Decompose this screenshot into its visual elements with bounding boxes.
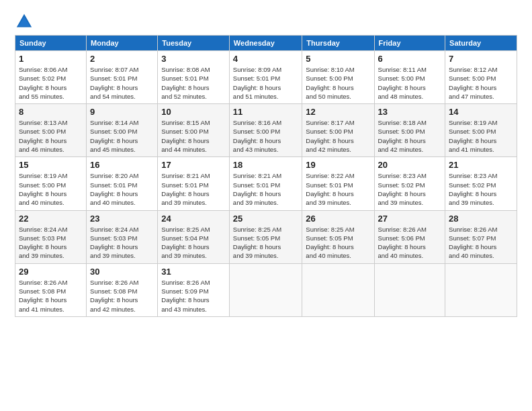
day-info: Sunrise: 8:15 AM Sunset: 5:00 PM Dayligh… (161, 118, 226, 154)
calendar-cell: 18Sunrise: 8:21 AM Sunset: 5:01 PM Dayli… (229, 157, 302, 210)
calendar-cell: 22Sunrise: 8:24 AM Sunset: 5:03 PM Dayli… (15, 210, 87, 263)
calendar-cell: 4Sunrise: 8:09 AM Sunset: 5:01 PM Daylig… (229, 51, 302, 104)
calendar-header-monday: Monday (87, 36, 158, 51)
calendar-header-friday: Friday (374, 36, 445, 51)
calendar-cell (302, 263, 374, 316)
day-info: Sunrise: 8:09 AM Sunset: 5:01 PM Dayligh… (233, 65, 299, 101)
calendar-cell (445, 263, 517, 316)
day-number: 17 (161, 160, 226, 170)
calendar-week-row: 1Sunrise: 8:06 AM Sunset: 5:02 PM Daylig… (15, 51, 517, 104)
day-number: 24 (161, 214, 226, 224)
day-number: 7 (449, 54, 513, 64)
day-info: Sunrise: 8:26 AM Sunset: 5:09 PM Dayligh… (161, 278, 226, 314)
calendar-header-row: SundayMondayTuesdayWednesdayThursdayFrid… (15, 36, 517, 51)
day-number: 25 (233, 214, 299, 224)
calendar-cell: 6Sunrise: 8:11 AM Sunset: 5:00 PM Daylig… (374, 51, 445, 104)
calendar-cell: 19Sunrise: 8:22 AM Sunset: 5:01 PM Dayli… (302, 157, 374, 210)
calendar-cell: 31Sunrise: 8:26 AM Sunset: 5:09 PM Dayli… (158, 263, 230, 316)
day-number: 28 (449, 214, 513, 224)
calendar-cell: 2Sunrise: 8:07 AM Sunset: 5:01 PM Daylig… (87, 51, 158, 104)
day-number: 2 (90, 54, 154, 64)
day-number: 15 (19, 160, 83, 170)
day-number: 9 (90, 107, 154, 117)
day-info: Sunrise: 8:12 AM Sunset: 5:00 PM Dayligh… (449, 65, 513, 101)
calendar-cell: 8Sunrise: 8:13 AM Sunset: 5:00 PM Daylig… (15, 104, 87, 157)
logo-icon (15, 12, 34, 31)
day-number: 3 (161, 54, 226, 64)
calendar-cell: 12Sunrise: 8:17 AM Sunset: 5:00 PM Dayli… (302, 104, 374, 157)
day-info: Sunrise: 8:25 AM Sunset: 5:05 PM Dayligh… (233, 225, 299, 261)
calendar-cell: 21Sunrise: 8:23 AM Sunset: 5:02 PM Dayli… (445, 157, 517, 210)
day-number: 29 (19, 267, 83, 277)
day-number: 22 (19, 214, 83, 224)
day-number: 13 (378, 107, 442, 117)
day-number: 16 (90, 160, 154, 170)
calendar-cell: 15Sunrise: 8:19 AM Sunset: 5:00 PM Dayli… (15, 157, 87, 210)
logo (15, 12, 35, 31)
day-number: 19 (306, 160, 370, 170)
day-number: 26 (306, 214, 370, 224)
day-info: Sunrise: 8:19 AM Sunset: 5:00 PM Dayligh… (19, 171, 83, 207)
day-number: 6 (378, 54, 442, 64)
calendar-cell: 3Sunrise: 8:08 AM Sunset: 5:01 PM Daylig… (158, 51, 230, 104)
day-number: 1 (19, 54, 83, 64)
day-info: Sunrise: 8:13 AM Sunset: 5:00 PM Dayligh… (19, 118, 83, 154)
day-number: 5 (306, 54, 370, 64)
calendar-cell: 30Sunrise: 8:26 AM Sunset: 5:08 PM Dayli… (87, 263, 158, 316)
calendar-cell: 17Sunrise: 8:21 AM Sunset: 5:01 PM Dayli… (158, 157, 230, 210)
header (15, 12, 517, 31)
day-info: Sunrise: 8:24 AM Sunset: 5:03 PM Dayligh… (90, 225, 154, 261)
calendar-header-saturday: Saturday (445, 36, 517, 51)
calendar-cell: 5Sunrise: 8:10 AM Sunset: 5:00 PM Daylig… (302, 51, 374, 104)
day-info: Sunrise: 8:23 AM Sunset: 5:02 PM Dayligh… (449, 171, 513, 207)
calendar-cell: 7Sunrise: 8:12 AM Sunset: 5:00 PM Daylig… (445, 51, 517, 104)
calendar-cell: 23Sunrise: 8:24 AM Sunset: 5:03 PM Dayli… (87, 210, 158, 263)
day-info: Sunrise: 8:16 AM Sunset: 5:00 PM Dayligh… (233, 118, 299, 154)
day-info: Sunrise: 8:23 AM Sunset: 5:02 PM Dayligh… (378, 171, 442, 207)
calendar-header-wednesday: Wednesday (229, 36, 302, 51)
day-info: Sunrise: 8:17 AM Sunset: 5:00 PM Dayligh… (306, 118, 370, 154)
calendar-table: SundayMondayTuesdayWednesdayThursdayFrid… (15, 35, 517, 317)
day-info: Sunrise: 8:22 AM Sunset: 5:01 PM Dayligh… (306, 171, 370, 207)
day-info: Sunrise: 8:14 AM Sunset: 5:00 PM Dayligh… (90, 118, 154, 154)
day-info: Sunrise: 8:25 AM Sunset: 5:04 PM Dayligh… (161, 225, 226, 261)
day-number: 14 (449, 107, 513, 117)
day-info: Sunrise: 8:11 AM Sunset: 5:00 PM Dayligh… (378, 65, 442, 101)
calendar-week-row: 22Sunrise: 8:24 AM Sunset: 5:03 PM Dayli… (15, 210, 517, 263)
calendar-cell: 28Sunrise: 8:26 AM Sunset: 5:07 PM Dayli… (445, 210, 517, 263)
calendar-cell: 9Sunrise: 8:14 AM Sunset: 5:00 PM Daylig… (87, 104, 158, 157)
calendar-cell: 10Sunrise: 8:15 AM Sunset: 5:00 PM Dayli… (158, 104, 230, 157)
day-info: Sunrise: 8:26 AM Sunset: 5:08 PM Dayligh… (19, 278, 83, 314)
day-info: Sunrise: 8:10 AM Sunset: 5:00 PM Dayligh… (306, 65, 370, 101)
day-info: Sunrise: 8:08 AM Sunset: 5:01 PM Dayligh… (161, 65, 226, 101)
calendar-week-row: 15Sunrise: 8:19 AM Sunset: 5:00 PM Dayli… (15, 157, 517, 210)
calendar-week-row: 29Sunrise: 8:26 AM Sunset: 5:08 PM Dayli… (15, 263, 517, 316)
day-number: 11 (233, 107, 299, 117)
calendar-week-row: 8Sunrise: 8:13 AM Sunset: 5:00 PM Daylig… (15, 104, 517, 157)
day-number: 27 (378, 214, 442, 224)
day-number: 31 (161, 267, 226, 277)
page: SundayMondayTuesdayWednesdayThursdayFrid… (0, 0, 532, 324)
calendar-header-thursday: Thursday (302, 36, 374, 51)
calendar-header-tuesday: Tuesday (158, 36, 230, 51)
calendar-cell: 25Sunrise: 8:25 AM Sunset: 5:05 PM Dayli… (229, 210, 302, 263)
calendar-cell: 20Sunrise: 8:23 AM Sunset: 5:02 PM Dayli… (374, 157, 445, 210)
calendar-cell: 11Sunrise: 8:16 AM Sunset: 5:00 PM Dayli… (229, 104, 302, 157)
day-number: 21 (449, 160, 513, 170)
day-number: 4 (233, 54, 299, 64)
day-info: Sunrise: 8:26 AM Sunset: 5:08 PM Dayligh… (90, 278, 154, 314)
calendar-cell: 24Sunrise: 8:25 AM Sunset: 5:04 PM Dayli… (158, 210, 230, 263)
calendar-cell: 14Sunrise: 8:19 AM Sunset: 5:00 PM Dayli… (445, 104, 517, 157)
day-number: 23 (90, 214, 154, 224)
day-info: Sunrise: 8:26 AM Sunset: 5:07 PM Dayligh… (449, 225, 513, 261)
calendar-header-sunday: Sunday (15, 36, 87, 51)
calendar-cell (229, 263, 302, 316)
day-info: Sunrise: 8:21 AM Sunset: 5:01 PM Dayligh… (233, 171, 299, 207)
day-info: Sunrise: 8:26 AM Sunset: 5:06 PM Dayligh… (378, 225, 442, 261)
day-info: Sunrise: 8:24 AM Sunset: 5:03 PM Dayligh… (19, 225, 83, 261)
day-number: 30 (90, 267, 154, 277)
day-info: Sunrise: 8:07 AM Sunset: 5:01 PM Dayligh… (90, 65, 154, 101)
calendar-cell: 26Sunrise: 8:25 AM Sunset: 5:05 PM Dayli… (302, 210, 374, 263)
day-info: Sunrise: 8:19 AM Sunset: 5:00 PM Dayligh… (449, 118, 513, 154)
calendar-cell: 29Sunrise: 8:26 AM Sunset: 5:08 PM Dayli… (15, 263, 87, 316)
